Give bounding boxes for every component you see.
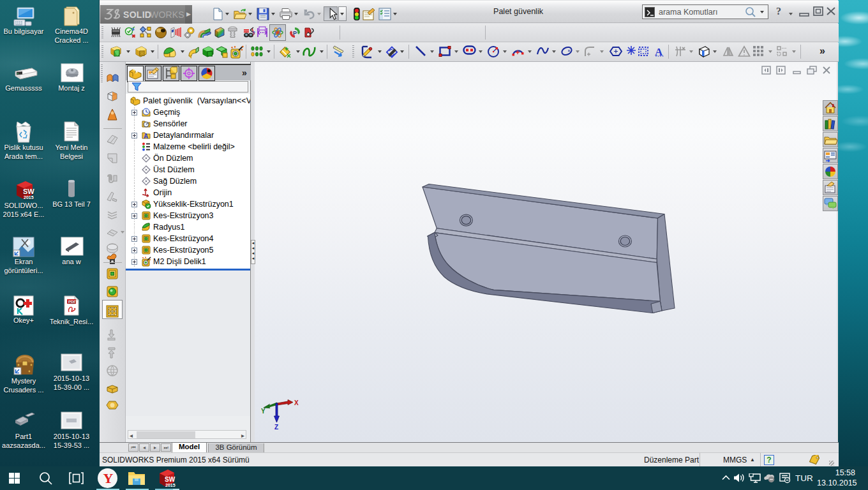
svg-text:PDF: PDF bbox=[68, 300, 76, 304]
svg-text:SOLID: SOLID bbox=[123, 10, 151, 20]
svg-text:Y: Y bbox=[261, 408, 266, 415]
svg-text:A: A bbox=[655, 46, 663, 57]
svg-text:A: A bbox=[144, 133, 148, 140]
svg-text:Y: Y bbox=[103, 470, 114, 486]
svg-text:Z: Z bbox=[274, 424, 278, 430]
svg-text:P: P bbox=[293, 30, 297, 36]
svg-text:?: ? bbox=[252, 30, 255, 36]
svg-text:SW: SW bbox=[165, 476, 176, 483]
svg-text:WORKS: WORKS bbox=[150, 10, 184, 20]
svg-text:X: X bbox=[294, 399, 299, 406]
svg-text:2015: 2015 bbox=[24, 195, 34, 200]
svg-text:2015: 2015 bbox=[165, 483, 176, 487]
svg-text:SW: SW bbox=[23, 188, 34, 195]
